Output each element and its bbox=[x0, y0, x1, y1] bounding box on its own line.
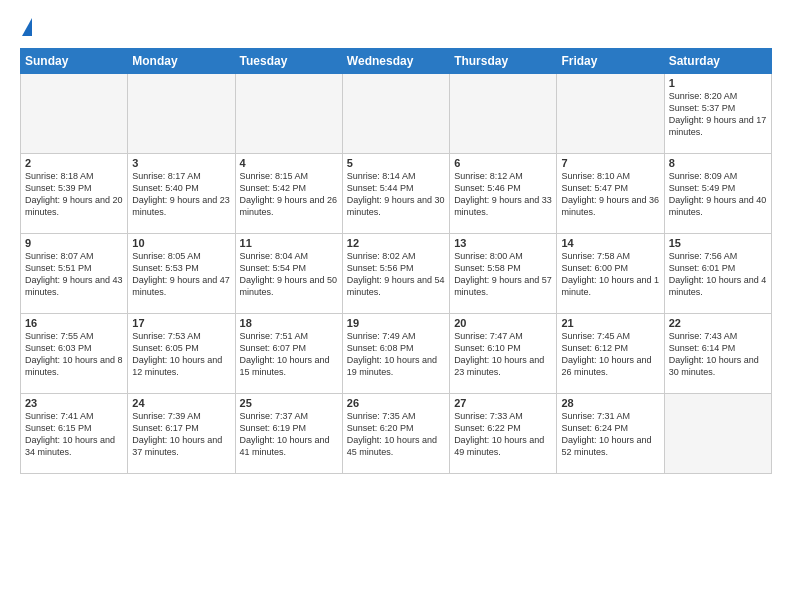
day-cell: 1Sunrise: 8:20 AM Sunset: 5:37 PM Daylig… bbox=[664, 74, 771, 154]
weekday-header-tuesday: Tuesday bbox=[235, 49, 342, 74]
day-cell: 12Sunrise: 8:02 AM Sunset: 5:56 PM Dayli… bbox=[342, 234, 449, 314]
week-row-0: 1Sunrise: 8:20 AM Sunset: 5:37 PM Daylig… bbox=[21, 74, 772, 154]
day-info: Sunrise: 8:14 AM Sunset: 5:44 PM Dayligh… bbox=[347, 170, 445, 219]
day-cell: 11Sunrise: 8:04 AM Sunset: 5:54 PM Dayli… bbox=[235, 234, 342, 314]
day-cell: 19Sunrise: 7:49 AM Sunset: 6:08 PM Dayli… bbox=[342, 314, 449, 394]
calendar-header: SundayMondayTuesdayWednesdayThursdayFrid… bbox=[21, 49, 772, 74]
day-number: 12 bbox=[347, 237, 445, 249]
day-number: 8 bbox=[669, 157, 767, 169]
day-cell bbox=[342, 74, 449, 154]
day-number: 10 bbox=[132, 237, 230, 249]
day-cell: 15Sunrise: 7:56 AM Sunset: 6:01 PM Dayli… bbox=[664, 234, 771, 314]
day-cell: 25Sunrise: 7:37 AM Sunset: 6:19 PM Dayli… bbox=[235, 394, 342, 474]
weekday-header-row: SundayMondayTuesdayWednesdayThursdayFrid… bbox=[21, 49, 772, 74]
day-info: Sunrise: 7:56 AM Sunset: 6:01 PM Dayligh… bbox=[669, 250, 767, 299]
day-info: Sunrise: 7:55 AM Sunset: 6:03 PM Dayligh… bbox=[25, 330, 123, 379]
day-info: Sunrise: 7:51 AM Sunset: 6:07 PM Dayligh… bbox=[240, 330, 338, 379]
day-cell: 24Sunrise: 7:39 AM Sunset: 6:17 PM Dayli… bbox=[128, 394, 235, 474]
calendar-page: SundayMondayTuesdayWednesdayThursdayFrid… bbox=[0, 0, 792, 612]
day-number: 13 bbox=[454, 237, 552, 249]
day-cell: 6Sunrise: 8:12 AM Sunset: 5:46 PM Daylig… bbox=[450, 154, 557, 234]
page-header bbox=[20, 18, 772, 38]
weekday-header-thursday: Thursday bbox=[450, 49, 557, 74]
day-info: Sunrise: 8:00 AM Sunset: 5:58 PM Dayligh… bbox=[454, 250, 552, 299]
day-cell: 4Sunrise: 8:15 AM Sunset: 5:42 PM Daylig… bbox=[235, 154, 342, 234]
day-cell: 13Sunrise: 8:00 AM Sunset: 5:58 PM Dayli… bbox=[450, 234, 557, 314]
day-number: 18 bbox=[240, 317, 338, 329]
day-number: 19 bbox=[347, 317, 445, 329]
day-number: 21 bbox=[561, 317, 659, 329]
day-number: 16 bbox=[25, 317, 123, 329]
day-cell: 18Sunrise: 7:51 AM Sunset: 6:07 PM Dayli… bbox=[235, 314, 342, 394]
day-cell: 8Sunrise: 8:09 AM Sunset: 5:49 PM Daylig… bbox=[664, 154, 771, 234]
day-info: Sunrise: 7:58 AM Sunset: 6:00 PM Dayligh… bbox=[561, 250, 659, 299]
day-number: 3 bbox=[132, 157, 230, 169]
logo-container bbox=[20, 18, 32, 38]
day-info: Sunrise: 7:41 AM Sunset: 6:15 PM Dayligh… bbox=[25, 410, 123, 459]
day-number: 25 bbox=[240, 397, 338, 409]
day-info: Sunrise: 7:47 AM Sunset: 6:10 PM Dayligh… bbox=[454, 330, 552, 379]
day-number: 5 bbox=[347, 157, 445, 169]
day-info: Sunrise: 7:39 AM Sunset: 6:17 PM Dayligh… bbox=[132, 410, 230, 459]
day-info: Sunrise: 8:17 AM Sunset: 5:40 PM Dayligh… bbox=[132, 170, 230, 219]
day-number: 14 bbox=[561, 237, 659, 249]
day-info: Sunrise: 8:20 AM Sunset: 5:37 PM Dayligh… bbox=[669, 90, 767, 139]
day-info: Sunrise: 7:31 AM Sunset: 6:24 PM Dayligh… bbox=[561, 410, 659, 459]
day-number: 1 bbox=[669, 77, 767, 89]
day-cell: 10Sunrise: 8:05 AM Sunset: 5:53 PM Dayli… bbox=[128, 234, 235, 314]
day-cell: 28Sunrise: 7:31 AM Sunset: 6:24 PM Dayli… bbox=[557, 394, 664, 474]
day-number: 2 bbox=[25, 157, 123, 169]
day-number: 20 bbox=[454, 317, 552, 329]
day-info: Sunrise: 8:07 AM Sunset: 5:51 PM Dayligh… bbox=[25, 250, 123, 299]
day-number: 7 bbox=[561, 157, 659, 169]
day-cell: 17Sunrise: 7:53 AM Sunset: 6:05 PM Dayli… bbox=[128, 314, 235, 394]
day-cell: 27Sunrise: 7:33 AM Sunset: 6:22 PM Dayli… bbox=[450, 394, 557, 474]
day-cell bbox=[235, 74, 342, 154]
calendar-body: 1Sunrise: 8:20 AM Sunset: 5:37 PM Daylig… bbox=[21, 74, 772, 474]
day-info: Sunrise: 8:04 AM Sunset: 5:54 PM Dayligh… bbox=[240, 250, 338, 299]
day-cell: 16Sunrise: 7:55 AM Sunset: 6:03 PM Dayli… bbox=[21, 314, 128, 394]
day-info: Sunrise: 7:49 AM Sunset: 6:08 PM Dayligh… bbox=[347, 330, 445, 379]
day-number: 26 bbox=[347, 397, 445, 409]
day-number: 15 bbox=[669, 237, 767, 249]
logo bbox=[20, 18, 32, 38]
week-row-3: 16Sunrise: 7:55 AM Sunset: 6:03 PM Dayli… bbox=[21, 314, 772, 394]
day-cell: 5Sunrise: 8:14 AM Sunset: 5:44 PM Daylig… bbox=[342, 154, 449, 234]
day-cell bbox=[21, 74, 128, 154]
day-info: Sunrise: 8:15 AM Sunset: 5:42 PM Dayligh… bbox=[240, 170, 338, 219]
day-cell bbox=[450, 74, 557, 154]
week-row-4: 23Sunrise: 7:41 AM Sunset: 6:15 PM Dayli… bbox=[21, 394, 772, 474]
calendar-table: SundayMondayTuesdayWednesdayThursdayFrid… bbox=[20, 48, 772, 474]
day-cell: 2Sunrise: 8:18 AM Sunset: 5:39 PM Daylig… bbox=[21, 154, 128, 234]
day-cell: 21Sunrise: 7:45 AM Sunset: 6:12 PM Dayli… bbox=[557, 314, 664, 394]
day-cell: 22Sunrise: 7:43 AM Sunset: 6:14 PM Dayli… bbox=[664, 314, 771, 394]
day-cell: 23Sunrise: 7:41 AM Sunset: 6:15 PM Dayli… bbox=[21, 394, 128, 474]
logo-triangle-icon bbox=[22, 18, 32, 36]
day-number: 17 bbox=[132, 317, 230, 329]
day-cell: 26Sunrise: 7:35 AM Sunset: 6:20 PM Dayli… bbox=[342, 394, 449, 474]
day-cell: 7Sunrise: 8:10 AM Sunset: 5:47 PM Daylig… bbox=[557, 154, 664, 234]
day-info: Sunrise: 7:35 AM Sunset: 6:20 PM Dayligh… bbox=[347, 410, 445, 459]
day-number: 27 bbox=[454, 397, 552, 409]
week-row-2: 9Sunrise: 8:07 AM Sunset: 5:51 PM Daylig… bbox=[21, 234, 772, 314]
day-number: 4 bbox=[240, 157, 338, 169]
day-info: Sunrise: 7:45 AM Sunset: 6:12 PM Dayligh… bbox=[561, 330, 659, 379]
day-info: Sunrise: 8:18 AM Sunset: 5:39 PM Dayligh… bbox=[25, 170, 123, 219]
week-row-1: 2Sunrise: 8:18 AM Sunset: 5:39 PM Daylig… bbox=[21, 154, 772, 234]
day-info: Sunrise: 7:37 AM Sunset: 6:19 PM Dayligh… bbox=[240, 410, 338, 459]
day-cell: 14Sunrise: 7:58 AM Sunset: 6:00 PM Dayli… bbox=[557, 234, 664, 314]
day-cell: 3Sunrise: 8:17 AM Sunset: 5:40 PM Daylig… bbox=[128, 154, 235, 234]
weekday-header-wednesday: Wednesday bbox=[342, 49, 449, 74]
day-info: Sunrise: 8:05 AM Sunset: 5:53 PM Dayligh… bbox=[132, 250, 230, 299]
weekday-header-monday: Monday bbox=[128, 49, 235, 74]
day-number: 28 bbox=[561, 397, 659, 409]
day-info: Sunrise: 7:53 AM Sunset: 6:05 PM Dayligh… bbox=[132, 330, 230, 379]
day-cell bbox=[557, 74, 664, 154]
day-cell bbox=[128, 74, 235, 154]
day-number: 23 bbox=[25, 397, 123, 409]
day-number: 9 bbox=[25, 237, 123, 249]
weekday-header-sunday: Sunday bbox=[21, 49, 128, 74]
day-info: Sunrise: 7:33 AM Sunset: 6:22 PM Dayligh… bbox=[454, 410, 552, 459]
day-info: Sunrise: 8:12 AM Sunset: 5:46 PM Dayligh… bbox=[454, 170, 552, 219]
day-number: 11 bbox=[240, 237, 338, 249]
